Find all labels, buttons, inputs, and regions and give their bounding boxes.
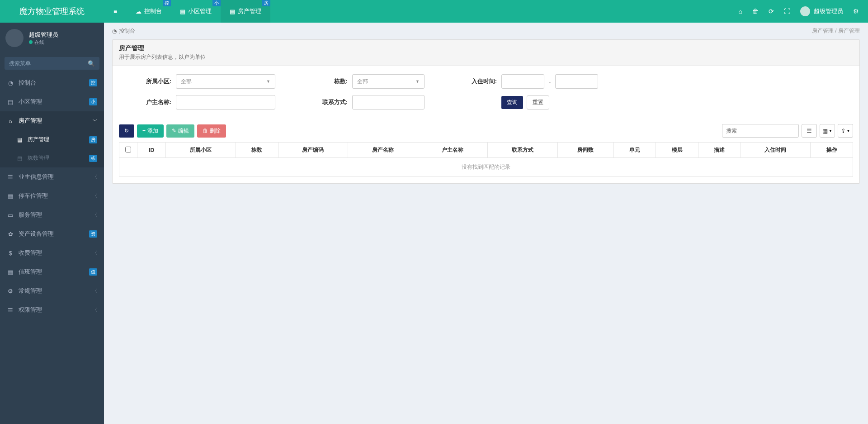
search-icon[interactable]: 🔍: [88, 60, 95, 67]
tab-badge: 控: [163, 0, 171, 6]
user-menu[interactable]: 超级管理员: [800, 6, 843, 16]
columns-button[interactable]: ▦▼: [820, 124, 835, 138]
sidebar-item-label: 业主信息管理: [19, 173, 54, 181]
add-button[interactable]: +添加: [137, 124, 164, 138]
table-empty-message: 没有找到匹配的记录: [119, 158, 853, 177]
list-icon: ▤: [16, 137, 23, 143]
chevron-down-icon: ▼: [829, 129, 832, 133]
filter-label-community: 所属小区:: [122, 77, 171, 86]
sidebar-item-label: 栋数管理: [28, 154, 49, 162]
fullscreen-icon[interactable]: ⛶: [784, 8, 790, 15]
column-header[interactable]: 户主名称: [418, 143, 488, 158]
column-header[interactable]: 联系方式: [488, 143, 558, 158]
sidebar-subitem-栋数管理[interactable]: ▤栋数管理栋: [0, 149, 104, 167]
sidebar-item-控制台[interactable]: ◔控制台控: [0, 73, 104, 92]
open-tabs: ☁ 控制台 控 ▤ 小区管理 小 ▤ 房产管理 房: [127, 0, 270, 23]
column-header[interactable]: 楼层: [656, 143, 698, 158]
column-header[interactable]: 操作: [811, 143, 853, 158]
trash-icon: 🗑: [203, 128, 208, 134]
sidebar-item-资产设备管理[interactable]: ✿资产设备管理资: [0, 224, 104, 243]
sidebar-item-服务管理[interactable]: ▭服务管理〈: [0, 205, 104, 224]
select-all-checkbox[interactable]: [125, 147, 131, 152]
panel-desc: 用于展示房产列表信息，以户为单位: [119, 53, 853, 61]
query-button[interactable]: 查询: [501, 96, 523, 109]
filter-label-contact: 联系方式:: [298, 98, 348, 106]
column-header[interactable]: 房间数: [557, 143, 613, 158]
building-select[interactable]: 全部 ▼: [352, 74, 425, 89]
column-header[interactable]: 单元: [613, 143, 656, 158]
tab-badge: 小: [212, 0, 221, 6]
column-header[interactable]: 房产名称: [348, 143, 418, 158]
sidebar-item-停车位管理[interactable]: ▦停车位管理〈: [0, 186, 104, 205]
search-input[interactable]: [5, 57, 99, 70]
owner-input[interactable]: [176, 95, 275, 110]
menu-icon: ☰: [7, 307, 14, 314]
column-header[interactable]: 入住时间: [741, 143, 811, 158]
tab-community[interactable]: ▤ 小区管理 小: [171, 0, 221, 23]
date-to-input[interactable]: [555, 74, 598, 89]
toggle-view-button[interactable]: ☰: [802, 124, 817, 138]
export-button[interactable]: ⇪▼: [838, 124, 853, 138]
chevron-icon: 〈: [93, 250, 97, 256]
sidebar-item-常规管理[interactable]: ⚙常规管理〈: [0, 281, 104, 300]
sidebar-item-收费管理[interactable]: $收费管理〈: [0, 243, 104, 262]
sidebar: 超级管理员 在线 🔍 ◔控制台控▤小区管理小⌂房产管理﹀▤房产管理房▤栋数管理栋…: [0, 23, 104, 424]
sidebar-search: 🔍: [5, 57, 99, 70]
avatar-icon: [5, 29, 24, 47]
gear-icon[interactable]: ⚙: [853, 8, 859, 15]
menu-icon: ⌂: [7, 118, 14, 124]
list-icon: ▤: [16, 155, 23, 162]
sidebar-item-小区管理[interactable]: ▤小区管理小: [0, 92, 104, 111]
filter-label-checkin: 入住时间:: [447, 77, 497, 86]
menu-icon: ▦: [7, 269, 14, 276]
table-search-input[interactable]: [722, 124, 799, 138]
menu-toggle-icon[interactable]: ≡: [104, 8, 127, 15]
sidebar-item-房产管理[interactable]: ⌂房产管理﹀: [0, 111, 104, 130]
sidebar-item-业主信息管理[interactable]: ☰业主信息管理〈: [0, 167, 104, 186]
reset-button[interactable]: 重置: [527, 95, 549, 110]
status-dot-icon: [29, 40, 33, 44]
avatar-icon: [800, 6, 810, 16]
sidebar-item-label: 收费管理: [19, 249, 42, 257]
column-header[interactable]: ID: [137, 143, 166, 158]
sidebar-user-panel: 超级管理员 在线: [0, 23, 104, 53]
home-icon[interactable]: ⌂: [739, 8, 742, 15]
menu-icon: $: [7, 250, 14, 257]
trash-icon[interactable]: 🗑: [752, 8, 759, 15]
main-panel: 房产管理 用于展示房产列表信息，以户为单位 所属小区: 全部 ▼: [112, 39, 860, 184]
date-from-input[interactable]: [501, 74, 544, 89]
tab-property[interactable]: ▤ 房产管理 房: [221, 0, 270, 23]
filter-label-owner: 户主名称:: [122, 98, 171, 106]
tab-dashboard[interactable]: ☁ 控制台 控: [127, 0, 171, 23]
column-header[interactable]: 所属小区: [166, 143, 236, 158]
delete-button[interactable]: 🗑删除: [197, 124, 226, 138]
edit-button[interactable]: ✎编辑: [166, 124, 194, 138]
filter-form: 所属小区: 全部 ▼ 栋数: 全部: [113, 66, 859, 124]
chevron-icon: ﹀: [93, 118, 97, 124]
refresh-icon[interactable]: ⟳: [769, 8, 774, 15]
menu-icon: ▭: [7, 212, 14, 219]
breadcrumb-home[interactable]: 控制台: [119, 27, 135, 35]
sidebar-item-值班管理[interactable]: ▦值班管理值: [0, 262, 104, 281]
filter-label-building: 栋数:: [298, 77, 348, 86]
grid-icon: ▦: [822, 128, 828, 134]
topbar: 魔方物业管理系统 ≡ ☁ 控制台 控 ▤ 小区管理 小 ▤ 房产管理 房 ⌂ 🗑…: [0, 0, 868, 23]
column-header[interactable]: 栋数: [236, 143, 278, 158]
column-header[interactable]: 房产编码: [278, 143, 348, 158]
breadcrumb-link[interactable]: 房产管理: [812, 28, 834, 34]
chevron-icon: 〈: [93, 288, 97, 294]
chevron-down-icon: ▼: [415, 79, 420, 84]
sidebar-item-label: 值班管理: [19, 268, 42, 276]
community-select[interactable]: 全部 ▼: [176, 74, 275, 89]
column-header[interactable]: 描述: [698, 143, 741, 158]
menu-icon: ▦: [7, 193, 14, 200]
refresh-button[interactable]: ↻: [119, 124, 134, 138]
chevron-icon: 〈: [93, 212, 97, 218]
contact-input[interactable]: [352, 95, 425, 110]
chevron-icon: 〈: [93, 193, 97, 199]
chevron-icon: 〈: [93, 307, 97, 313]
sidebar-item-权限管理[interactable]: ☰权限管理〈: [0, 300, 104, 319]
export-icon: ⇪: [841, 128, 846, 134]
list-icon: ☰: [807, 128, 812, 134]
sidebar-subitem-房产管理[interactable]: ▤房产管理房: [0, 130, 104, 149]
